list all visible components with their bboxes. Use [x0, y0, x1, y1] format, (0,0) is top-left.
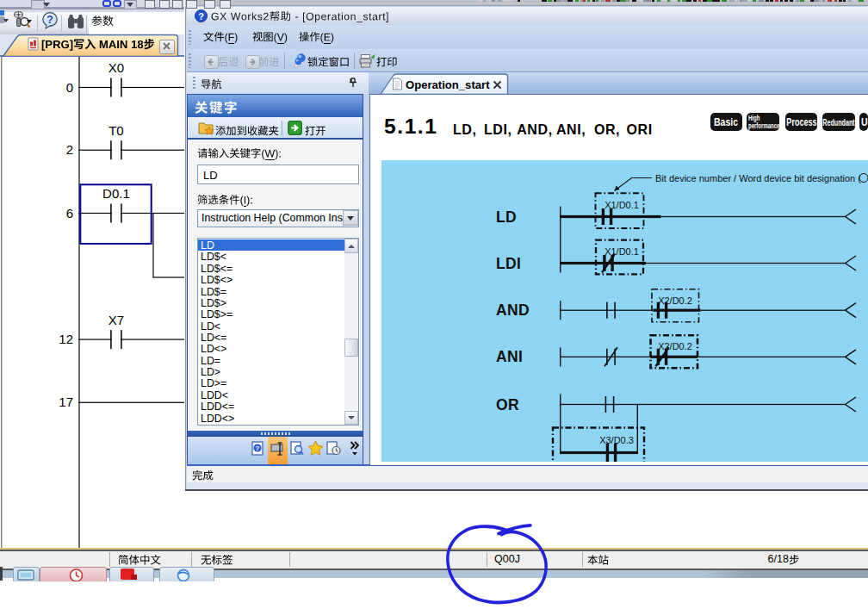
- svg-text:0: 0: [66, 80, 73, 95]
- svg-text:X1/D0.1: X1/D0.1: [604, 200, 639, 210]
- svg-text:T0: T0: [108, 123, 124, 138]
- svg-text:6: 6: [66, 206, 73, 221]
- svg-text:X0: X0: [108, 60, 124, 75]
- svg-text:17: 17: [59, 395, 73, 409]
- svg-text:LDI: LDI: [496, 255, 521, 272]
- svg-text:?: ?: [198, 11, 204, 22]
- svg-text:12: 12: [59, 332, 73, 346]
- svg-text:Bit device number / Word devic: Bit device number / Word device bit desi…: [655, 173, 861, 183]
- svg-text:X3/D0.3: X3/D0.3: [599, 435, 634, 445]
- svg-text:?: ?: [256, 444, 260, 452]
- svg-text:?: ?: [46, 13, 53, 26]
- svg-text:X2/D0.2: X2/D0.2: [658, 295, 692, 306]
- svg-text:X1/D0.1: X1/D0.1: [604, 246, 639, 257]
- svg-text:AND: AND: [496, 301, 530, 319]
- svg-text:X2/D0.2: X2/D0.2: [658, 341, 692, 351]
- svg-text:D0.1: D0.1: [102, 186, 130, 201]
- svg-text:LD: LD: [496, 208, 517, 226]
- svg-text:X7: X7: [108, 313, 124, 327]
- svg-text:ANI: ANI: [496, 348, 523, 365]
- svg-text:OR: OR: [496, 396, 519, 413]
- svg-text:2: 2: [66, 142, 73, 157]
